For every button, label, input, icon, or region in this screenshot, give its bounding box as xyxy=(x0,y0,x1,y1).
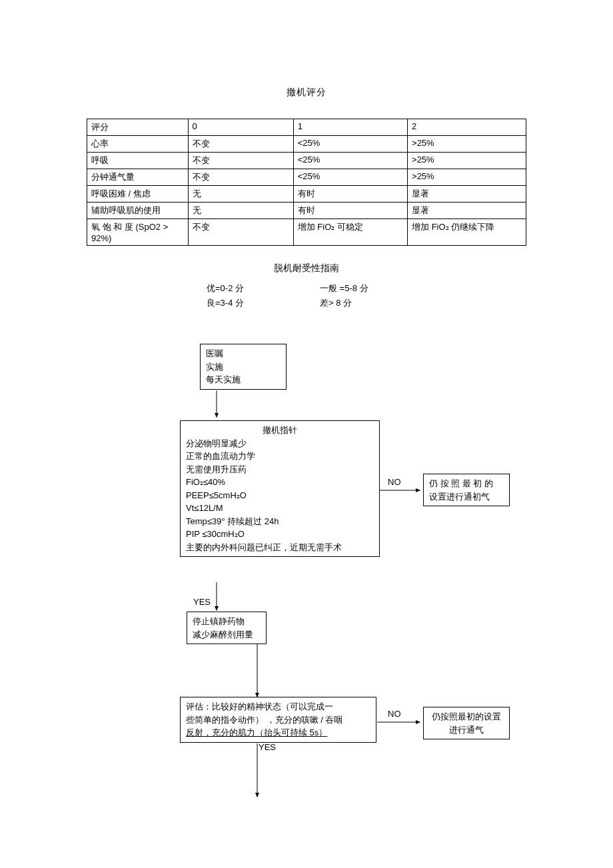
table-row: 氧 饱 和 度 (SpO2 > 92%)不变增加 FiO₂ 可稳定增加 FiO₂… xyxy=(87,219,526,246)
flow-arrows xyxy=(87,344,526,837)
table-row: 呼吸困难 / 焦虑无有时显著 xyxy=(87,186,526,203)
page-title: 撤机评分 xyxy=(87,87,526,99)
no-label: NO xyxy=(388,709,401,719)
table-row: 心率不变<25%>25% xyxy=(87,136,526,153)
flow-box-continue-2: 仍按照最初的设置 进行通气 xyxy=(423,707,510,739)
score-table: 评分 0 1 2 心率不变<25%>25% 呼吸不变<25%>25% 分钟通气量… xyxy=(87,119,526,246)
table-row: 辅助呼吸肌的使用无有时显著 xyxy=(87,203,526,219)
flow-box-order: 医嘱 实施 每天实施 xyxy=(200,344,287,390)
flow-box-assess: 评估：比较好的精神状态（可以完成一 些简单的指令动作） ，充分的咳嗽 / 吞咽 … xyxy=(180,697,376,743)
guide-grid: 优=0-2 分 一般 =5-8 分 良=3-4 分 差> 8 分 xyxy=(180,281,433,310)
table-header: 评分 0 1 2 xyxy=(87,119,526,136)
flow-box-continue-1: 仍 按 照 最 初 的 设置进行通初气 xyxy=(423,474,510,506)
guide-title: 脱机耐受性指南 xyxy=(87,262,526,274)
flow-box-stop-sedation: 停止镇静药物 减少麻醉剂用量 xyxy=(187,612,267,644)
no-label: NO xyxy=(388,477,401,487)
yes-label: YES xyxy=(193,597,211,607)
table-row: 呼吸不变<25%>25% xyxy=(87,153,526,169)
table-row: 分钟通气量不变<25%>25% xyxy=(87,169,526,186)
flowchart: 医嘱 实施 每天实施 撤机指针 分泌物明显减少 正常的血流动力学 无需使用升压药… xyxy=(87,344,526,837)
yes-label: YES xyxy=(259,742,276,752)
flow-box-indications: 撤机指针 分泌物明显减少 正常的血流动力学 无需使用升压药 FiO₂≤40% P… xyxy=(180,420,380,557)
